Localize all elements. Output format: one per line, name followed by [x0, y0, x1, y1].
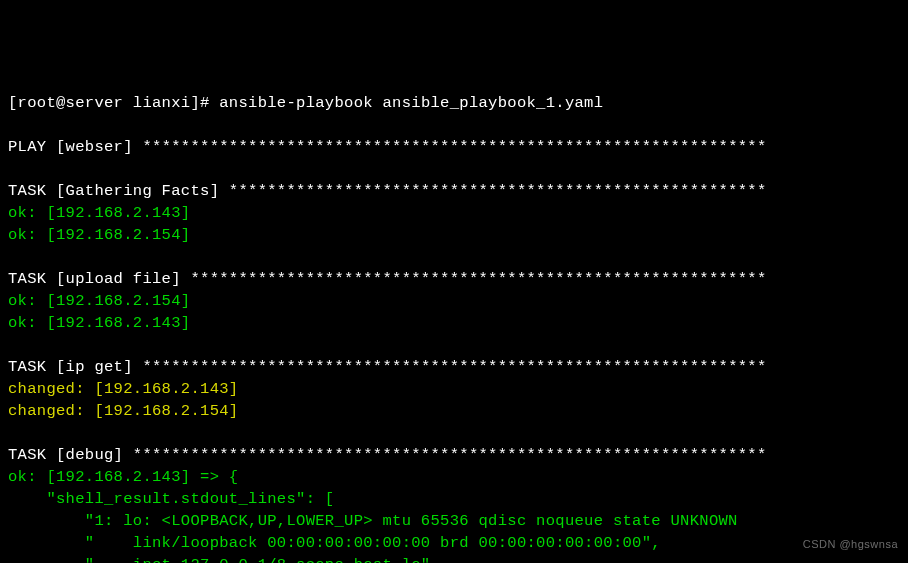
watermark: CSDN @hgswnsa: [803, 537, 898, 553]
task-result: changed: [192.168.2.154]: [8, 402, 238, 420]
task-gathering-header: TASK [Gathering Facts] *****************…: [8, 182, 767, 200]
task-upload-header: TASK [upload file] *********************…: [8, 270, 767, 288]
task-debug-header: TASK [debug] ***************************…: [8, 446, 767, 464]
terminal[interactable]: [root@server lianxi]# ansible-playbook a…: [8, 92, 900, 563]
command: ansible-playbook ansible_playbook_1.yaml: [219, 94, 603, 112]
prompt: [root@server lianxi]#: [8, 94, 210, 112]
task-ipget-header: TASK [ip get] **************************…: [8, 358, 767, 376]
task-result: ok: [192.168.2.143]: [8, 204, 190, 222]
debug-line: " link/loopback 00:00:00:00:00:00 brd 00…: [8, 534, 661, 552]
debug-line: "1: lo: <LOOPBACK,UP,LOWER_UP> mtu 65536…: [8, 512, 738, 530]
task-result: changed: [192.168.2.143]: [8, 380, 238, 398]
prompt-line: [root@server lianxi]# ansible-playbook a…: [8, 94, 603, 112]
task-result: ok: [192.168.2.154]: [8, 226, 190, 244]
debug-result-header: ok: [192.168.2.143] => {: [8, 468, 238, 486]
task-result: ok: [192.168.2.143]: [8, 314, 190, 332]
play-header: PLAY [webser] **************************…: [8, 138, 767, 156]
debug-line: " inet 127.0.0.1/8 scope host lo",: [8, 556, 440, 563]
task-result: ok: [192.168.2.154]: [8, 292, 190, 310]
debug-stdout-key: "shell_result.stdout_lines": [: [8, 490, 334, 508]
